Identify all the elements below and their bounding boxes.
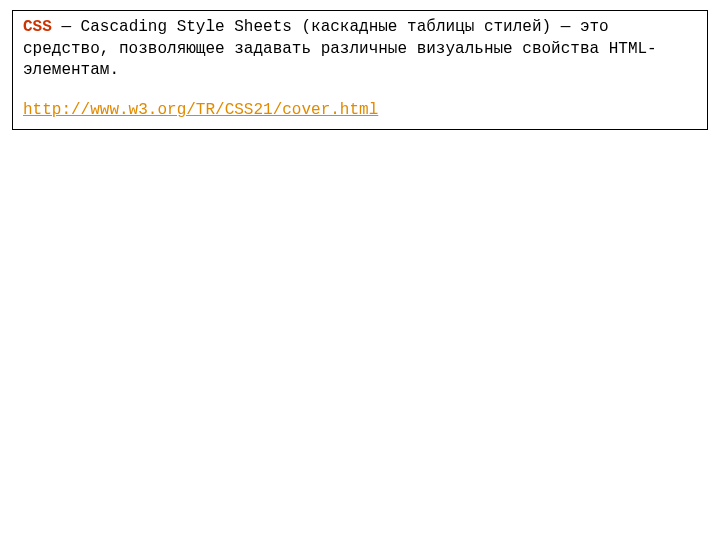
definition-box: CSS — Cascading Style Sheets (каскадные …: [12, 10, 708, 130]
css-term: CSS: [23, 18, 52, 36]
blank-line: [23, 82, 697, 100]
w3c-spec-link[interactable]: http://www.w3.org/TR/CSS21/cover.html: [23, 101, 378, 119]
definition-text: — Cascading Style Sheets (каскадные табл…: [23, 18, 657, 79]
definition-paragraph: CSS — Cascading Style Sheets (каскадные …: [23, 17, 697, 82]
